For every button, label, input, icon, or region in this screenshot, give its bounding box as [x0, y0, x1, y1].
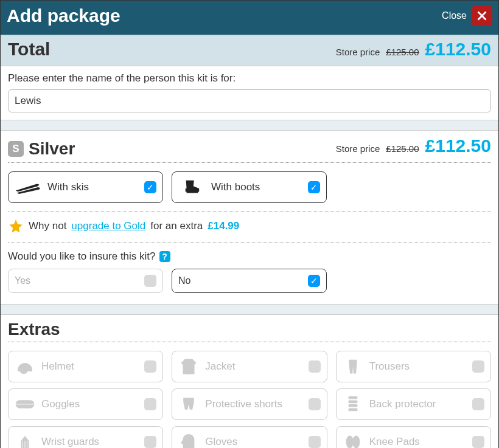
- silver-price: £112.50: [425, 136, 491, 156]
- extra-label: Gloves: [205, 436, 237, 448]
- silver-header: S Silver Store price £125.00 £112.50: [1, 131, 498, 162]
- extra-helmet[interactable]: Helmet: [8, 351, 163, 382]
- total-label: Total: [8, 39, 50, 60]
- upgrade-link[interactable]: upgrade to Gold: [71, 220, 145, 232]
- total-bar: Total Store price £125.00 £112.50: [1, 35, 498, 66]
- knee-pads-icon: [343, 432, 363, 448]
- gloves-icon: [178, 432, 199, 448]
- extra-label: Back protector: [369, 398, 436, 410]
- extra-wrist-guards[interactable]: Wrist guards: [8, 426, 163, 448]
- checkbox-unchecked-icon: [472, 360, 484, 373]
- upgrade-text-pre: Why not: [29, 220, 66, 232]
- insure-yes-label: Yes: [15, 275, 30, 286]
- checkbox-unchecked-icon: [309, 436, 321, 448]
- checkbox-unchecked-icon: [472, 436, 484, 448]
- trousers-icon: [343, 356, 363, 377]
- silver-title: Silver: [29, 139, 75, 159]
- skis-icon: [15, 177, 41, 198]
- checkbox-unchecked-icon: [309, 398, 321, 410]
- insure-section: Would you like to insure this kit? ? Yes…: [1, 243, 498, 303]
- insure-no-option[interactable]: No ✓: [172, 269, 327, 293]
- close-label: Close: [442, 10, 467, 21]
- svg-rect-4: [348, 400, 357, 403]
- insure-question-row: Would you like to insure this kit? ?: [8, 250, 491, 263]
- svg-rect-5: [348, 404, 357, 407]
- extra-label: Knee Pads: [369, 436, 420, 448]
- help-icon[interactable]: ?: [159, 251, 170, 262]
- upgrade-row: Why not upgrade to Gold for an extra £14…: [1, 212, 498, 243]
- total-price: £112.50: [425, 39, 491, 60]
- extra-label: Trousers: [369, 360, 410, 373]
- option-label: With skis: [47, 181, 89, 193]
- upgrade-price: £14.99: [208, 220, 239, 232]
- equipment-options: With skis ✓ With boots ✓: [1, 163, 498, 212]
- kit-name-input[interactable]: [8, 89, 491, 112]
- extras-grid: Helmet Jacket Trousers Goggles Protectiv…: [1, 342, 498, 448]
- checkbox-checked-icon: ✓: [308, 181, 320, 193]
- extra-goggles[interactable]: Goggles: [8, 388, 163, 420]
- svg-rect-6: [348, 408, 357, 412]
- checkbox-unchecked-icon: [144, 360, 156, 373]
- extra-jacket[interactable]: Jacket: [172, 351, 327, 382]
- svg-point-7: [346, 436, 353, 449]
- extra-label: Jacket: [205, 360, 235, 373]
- store-price-label: Store price: [336, 47, 380, 57]
- option-label: With boots: [211, 181, 260, 193]
- extra-label: Helmet: [41, 360, 74, 373]
- extra-protective-shorts[interactable]: Protective shorts: [172, 388, 327, 420]
- upgrade-text-mid: for an extra: [150, 220, 203, 232]
- extras-title: Extras: [1, 315, 498, 342]
- modal-title: Add package: [7, 5, 120, 26]
- extra-knee-pads[interactable]: Knee Pads: [336, 426, 491, 448]
- insure-no-label: No: [178, 275, 190, 286]
- goggles-icon: [15, 394, 35, 415]
- helmet-icon: [15, 356, 35, 377]
- insure-yes-option[interactable]: Yes: [8, 269, 163, 293]
- extra-label: Goggles: [41, 398, 80, 410]
- total-price-block: Store price £125.00 £112.50: [336, 39, 491, 60]
- checkbox-unchecked-icon: [309, 360, 321, 373]
- checkbox-unchecked-icon: [144, 436, 156, 448]
- close-button[interactable]: Close: [442, 5, 492, 26]
- option-with-boots[interactable]: With boots ✓: [172, 171, 327, 203]
- jacket-icon: [178, 356, 199, 377]
- extra-back-protector[interactable]: Back protector: [336, 388, 491, 420]
- section-divider: [1, 304, 498, 315]
- insure-question: Would you like to insure this kit?: [8, 250, 156, 263]
- extra-gloves[interactable]: Gloves: [172, 426, 327, 448]
- checkbox-unchecked-icon: [472, 398, 484, 410]
- star-icon: [8, 218, 24, 234]
- add-package-modal: Add package Close Total Store price £125…: [0, 0, 499, 448]
- modal-header: Add package Close: [1, 1, 498, 35]
- silver-badge-icon: S: [8, 141, 24, 157]
- checkbox-unchecked-icon: [144, 275, 156, 287]
- shorts-icon: [178, 394, 199, 415]
- boot-icon: [178, 177, 205, 198]
- silver-store-label: Store price: [336, 143, 380, 154]
- extra-label: Protective shorts: [205, 398, 282, 410]
- wrist-guards-icon: [15, 432, 35, 448]
- option-with-skis[interactable]: With skis ✓: [8, 171, 163, 203]
- back-protector-icon: [343, 394, 363, 415]
- svg-point-8: [352, 436, 360, 449]
- name-prompt: Please enter the name of the person this…: [8, 72, 491, 84]
- extra-trousers[interactable]: Trousers: [336, 351, 491, 382]
- section-divider: [1, 120, 498, 131]
- close-icon: [472, 5, 492, 26]
- checkbox-checked-icon: ✓: [308, 275, 320, 287]
- store-old-price: £125.00: [386, 47, 419, 57]
- checkbox-unchecked-icon: [144, 398, 156, 410]
- checkbox-checked-icon: ✓: [144, 181, 156, 193]
- silver-old-price: £125.00: [386, 143, 419, 154]
- extra-label: Wrist guards: [41, 436, 99, 448]
- svg-rect-3: [348, 396, 357, 399]
- name-section: Please enter the name of the person this…: [1, 66, 498, 119]
